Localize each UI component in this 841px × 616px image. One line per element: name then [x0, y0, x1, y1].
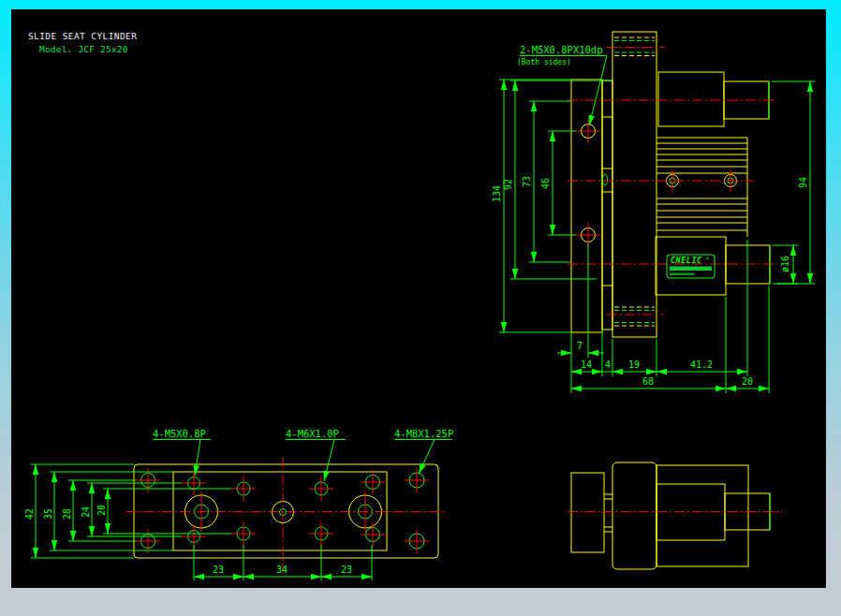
dim-42: 42 [24, 508, 35, 520]
dim-20: 20 [742, 376, 753, 387]
front-dimension-texts: 134 92 73 46 94 ø16 7 14 4 19 41.2 68 20 [492, 176, 808, 387]
top-centerlines [126, 457, 444, 577]
dim-23-right: 23 [341, 565, 352, 575]
dim-rod-diameter: ø16 [780, 256, 790, 272]
thread-note-sub: (Both sides) [517, 58, 571, 66]
dim-19: 19 [628, 359, 640, 370]
drawing-title: SLIDE SEAT CYLINDER [28, 31, 137, 41]
dim-41-2: 41.2 [690, 359, 713, 370]
dim-35: 35 [43, 508, 53, 520]
dim-94: 94 [798, 177, 808, 188]
dim-68: 68 [642, 376, 654, 387]
side-view [568, 462, 782, 569]
front-view: CHELIC ® 2-M5X0.8PX10dp (Both sides) [492, 32, 815, 393]
dim-4: 4 [605, 359, 611, 370]
side-outline [571, 462, 770, 569]
dim-92: 92 [503, 179, 513, 190]
cad-drawing: SLIDE SEAT CYLINDER Model. JCF 25x20 [11, 9, 826, 588]
dim-46: 46 [540, 178, 551, 189]
note-m6: 4-M6X1.0P [286, 428, 339, 439]
top-thread-notes: 4-M5X0.8P 4-M6X1.0P 4-M8X1.25P [153, 428, 453, 481]
brand-registered-mark: ® [706, 256, 710, 261]
cad-viewport[interactable]: SLIDE SEAT CYLINDER Model. JCF 25x20 [11, 9, 826, 588]
dim-34: 34 [276, 565, 288, 575]
front-thread-note: 2-M5X0.8PX10dp (Both sides) [517, 44, 607, 125]
top-view: 4-M5X0.8P 4-M6X1.0P 4-M8X1.25P [24, 428, 453, 580]
dim-73: 73 [522, 176, 532, 187]
dim-134: 134 [492, 185, 502, 202]
dim-7: 7 [577, 341, 583, 351]
drawing-title-block: SLIDE SEAT CYLINDER Model. JCF 25x20 [28, 31, 137, 54]
dim-28: 28 [62, 508, 72, 520]
brand-name: CHELIC [671, 256, 702, 265]
note-m8: 4-M8X1.25P [394, 428, 453, 439]
front-green-details [603, 41, 771, 323]
note-m5: 4-M5X0.8P [153, 428, 206, 439]
dim-24: 24 [81, 506, 91, 518]
drawing-model: Model. JCF 25x20 [39, 44, 128, 54]
thread-note-text: 2-M5X0.8PX10dp [520, 44, 603, 55]
dim-20-plate: 20 [96, 505, 107, 516]
cad-screenshot: { "title": { "product": "SLIDE SEAT CYLI… [0, 0, 841, 616]
brand-nameplate: CHELIC ® [667, 255, 715, 278]
dim-14: 14 [581, 359, 592, 370]
dim-23-left: 23 [213, 565, 224, 575]
